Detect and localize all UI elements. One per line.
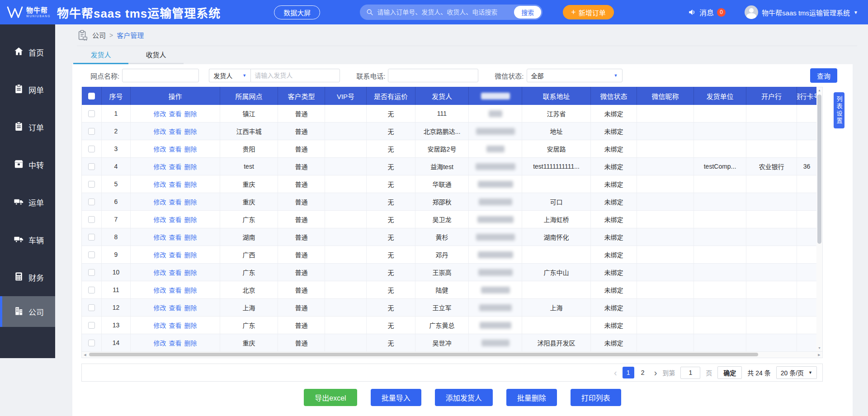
vertical-scrollbar[interactable]: ▲ ▼: [816, 87, 823, 352]
row-checkbox[interactable]: [88, 216, 95, 223]
sidebar-item-运单[interactable]: 运单: [0, 184, 55, 221]
row-checkbox[interactable]: [88, 251, 95, 258]
page-size-select[interactable]: 20 条/页 ▼: [776, 366, 817, 379]
phone-input[interactable]: [388, 69, 478, 82]
delete-link[interactable]: 删除: [184, 268, 197, 277]
vertical-scroll-thumb[interactable]: [817, 95, 821, 244]
view-link[interactable]: 查看: [169, 303, 182, 312]
select-all-checkbox[interactable]: [88, 93, 95, 99]
edit-link[interactable]: 修改: [154, 285, 166, 294]
delete-link[interactable]: 删除: [184, 144, 197, 153]
consignor-input[interactable]: [250, 69, 340, 82]
row-checkbox[interactable]: [88, 340, 95, 346]
view-link[interactable]: 查看: [169, 197, 182, 206]
sidebar-item-车辆[interactable]: 车辆: [0, 221, 55, 259]
delete-link[interactable]: 删除: [184, 215, 197, 224]
user-menu[interactable]: 物牛帮saas tms运输管理系统 ▼: [745, 5, 858, 19]
view-link[interactable]: 查看: [169, 321, 182, 330]
goto-confirm-button[interactable]: 确定: [717, 366, 742, 379]
edit-link[interactable]: 修改: [154, 197, 166, 206]
edit-link[interactable]: 修改: [154, 250, 166, 259]
sidebar-item-公司[interactable]: 公司: [0, 296, 55, 327]
consignor-type-select[interactable]: 发货人 ▼: [209, 69, 250, 82]
horizontal-scroll-thumb[interactable]: [89, 353, 758, 356]
delete-link[interactable]: 删除: [184, 162, 197, 171]
row-checkbox[interactable]: [88, 287, 95, 293]
messages-button[interactable]: 消息 0: [688, 7, 726, 18]
page-number-1[interactable]: 1: [623, 367, 634, 378]
wechat-status-select[interactable]: 全部 ▼: [527, 69, 623, 82]
footer-button-导出excel[interactable]: 导出excel: [304, 389, 357, 406]
data-screen-button[interactable]: 数据大屏: [274, 5, 320, 19]
view-link[interactable]: 查看: [169, 215, 182, 224]
delete-link[interactable]: 删除: [184, 197, 197, 206]
delete-link[interactable]: 删除: [184, 180, 197, 189]
breadcrumb-root[interactable]: 公司: [92, 30, 106, 40]
view-link[interactable]: 查看: [169, 109, 182, 118]
view-link[interactable]: 查看: [169, 268, 182, 277]
row-checkbox[interactable]: [88, 163, 95, 170]
row-checkbox[interactable]: [88, 128, 95, 135]
view-link[interactable]: 查看: [169, 338, 182, 347]
edit-link[interactable]: 修改: [154, 162, 166, 171]
edit-link[interactable]: 修改: [154, 127, 166, 136]
tab-发货人[interactable]: 发货人: [73, 46, 128, 64]
footer-button-添加发货人[interactable]: 添加发货人: [435, 389, 493, 406]
page-number-2[interactable]: 2: [637, 367, 649, 378]
row-checkbox[interactable]: [88, 269, 95, 276]
row-checkbox[interactable]: [88, 234, 95, 241]
row-checkbox[interactable]: [88, 110, 95, 117]
new-order-button[interactable]: + 新增订单: [563, 5, 614, 19]
edit-link[interactable]: 修改: [154, 144, 166, 153]
scroll-up-arrow-icon[interactable]: ▲: [816, 87, 822, 94]
delete-link[interactable]: 删除: [184, 250, 197, 259]
view-link[interactable]: 查看: [169, 144, 182, 153]
footer-button-批量导入[interactable]: 批量导入: [371, 389, 421, 406]
edit-link[interactable]: 修改: [154, 338, 166, 347]
sidebar-item-订单[interactable]: 订单: [0, 109, 55, 146]
footer-button-打印列表[interactable]: 打印列表: [571, 389, 621, 406]
delete-link[interactable]: 删除: [184, 109, 197, 118]
view-link[interactable]: 查看: [169, 127, 182, 136]
sidebar-item-网单[interactable]: 网单: [0, 71, 55, 109]
edit-link[interactable]: 修改: [154, 303, 166, 312]
row-checkbox[interactable]: [88, 304, 95, 311]
breadcrumb-current[interactable]: 客户管理: [117, 30, 144, 40]
delete-link[interactable]: 删除: [184, 232, 197, 241]
edit-link[interactable]: 修改: [154, 268, 166, 277]
view-link[interactable]: 查看: [169, 250, 182, 259]
edit-link[interactable]: 修改: [154, 180, 166, 189]
row-checkbox[interactable]: [88, 181, 95, 188]
delete-link[interactable]: 删除: [184, 127, 197, 136]
view-link[interactable]: 查看: [169, 180, 182, 189]
search-input[interactable]: [377, 9, 514, 16]
sidebar-item-首页[interactable]: 首页: [0, 33, 55, 71]
tab-收货人[interactable]: 收货人: [128, 46, 184, 64]
delete-link[interactable]: 删除: [184, 338, 197, 347]
edit-link[interactable]: 修改: [154, 232, 166, 241]
view-link[interactable]: 查看: [169, 285, 182, 294]
sidebar-item-中转[interactable]: 中转: [0, 146, 55, 184]
delete-link[interactable]: 删除: [184, 321, 197, 330]
view-link[interactable]: 查看: [169, 232, 182, 241]
query-button[interactable]: 查询: [810, 68, 837, 83]
row-checkbox[interactable]: [88, 199, 95, 205]
delete-link[interactable]: 删除: [184, 285, 197, 294]
scroll-right-arrow-icon[interactable]: ▶: [816, 352, 822, 358]
edit-link[interactable]: 修改: [154, 321, 166, 330]
prev-page-button[interactable]: ‹: [614, 368, 617, 378]
site-name-input[interactable]: [122, 69, 199, 82]
delete-link[interactable]: 删除: [184, 303, 197, 312]
next-page-button[interactable]: ›: [654, 368, 657, 378]
sidebar-item-财务[interactable]: 财务: [0, 259, 55, 296]
search-button[interactable]: 搜索: [514, 6, 541, 19]
edit-link[interactable]: 修改: [154, 109, 166, 118]
row-checkbox[interactable]: [88, 146, 95, 152]
footer-button-批量删除[interactable]: 批量删除: [506, 389, 557, 406]
edit-link[interactable]: 修改: [154, 215, 166, 224]
goto-page-input[interactable]: [680, 367, 700, 379]
view-link[interactable]: 查看: [169, 162, 182, 171]
scroll-down-arrow-icon[interactable]: ▼: [816, 345, 822, 351]
horizontal-scrollbar[interactable]: ◀ ▶: [81, 352, 823, 358]
row-checkbox[interactable]: [88, 322, 95, 329]
